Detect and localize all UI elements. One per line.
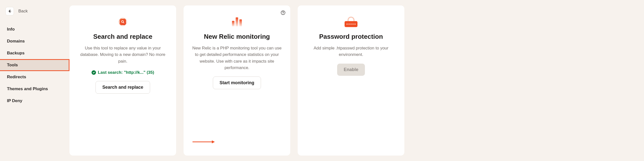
sidebar: Back Info Domains Backups Tools Redirect… bbox=[0, 0, 70, 161]
card-search-replace: Search and replace Use this tool to repl… bbox=[70, 6, 176, 155]
sidebar-item-domains[interactable]: Domains bbox=[0, 35, 70, 47]
sidebar-item-backups[interactable]: Backups bbox=[0, 47, 70, 59]
sidebar-item-themes-plugins[interactable]: Themes and Plugins bbox=[0, 83, 70, 95]
start-monitoring-button[interactable]: Start monitoring bbox=[213, 77, 261, 89]
card-new-relic: New Relic monitoring New Relic is a PHP … bbox=[184, 6, 290, 155]
help-icon[interactable] bbox=[281, 11, 285, 16]
svg-marker-1 bbox=[118, 21, 119, 22]
sidebar-item-info[interactable]: Info bbox=[0, 23, 70, 35]
back-button[interactable] bbox=[6, 7, 14, 16]
card-description: Use this tool to replace any value in yo… bbox=[76, 45, 169, 65]
svg-marker-8 bbox=[212, 140, 215, 143]
card-description: Add simple .htpasswd protection to your … bbox=[305, 45, 398, 58]
back-label: Back bbox=[18, 9, 28, 14]
sidebar-item-tools[interactable]: Tools bbox=[0, 59, 70, 71]
search-replace-icon bbox=[117, 15, 129, 29]
sidebar-item-ip-deny[interactable]: IP Deny bbox=[0, 95, 70, 107]
card-title: Password protection bbox=[319, 33, 383, 41]
arrow-left-icon bbox=[8, 9, 12, 13]
card-password-protection: Password protection Add simple .htpasswd… bbox=[298, 6, 404, 155]
arrow-annotation-icon bbox=[192, 140, 215, 144]
enable-button[interactable]: Enable bbox=[337, 64, 365, 76]
search-replace-button[interactable]: Search and replace bbox=[96, 81, 150, 94]
lock-icon bbox=[344, 15, 358, 29]
status-text: Last search: "http://k..." (35) bbox=[98, 70, 154, 75]
card-title: Search and replace bbox=[93, 33, 152, 41]
card-title: New Relic monitoring bbox=[204, 33, 270, 41]
svg-point-6 bbox=[283, 14, 283, 14]
last-search-status: Last search: "http://k..." (35) bbox=[92, 70, 154, 75]
back-row: Back bbox=[0, 7, 70, 23]
check-icon bbox=[92, 70, 96, 75]
card-description: New Relic is a PHP monitoring tool you c… bbox=[190, 45, 283, 71]
sidebar-item-redirects[interactable]: Redirects bbox=[0, 71, 70, 83]
svg-marker-2 bbox=[126, 21, 127, 22]
monitoring-icon bbox=[232, 15, 242, 29]
tool-cards: Search and replace Use this tool to repl… bbox=[70, 0, 644, 161]
